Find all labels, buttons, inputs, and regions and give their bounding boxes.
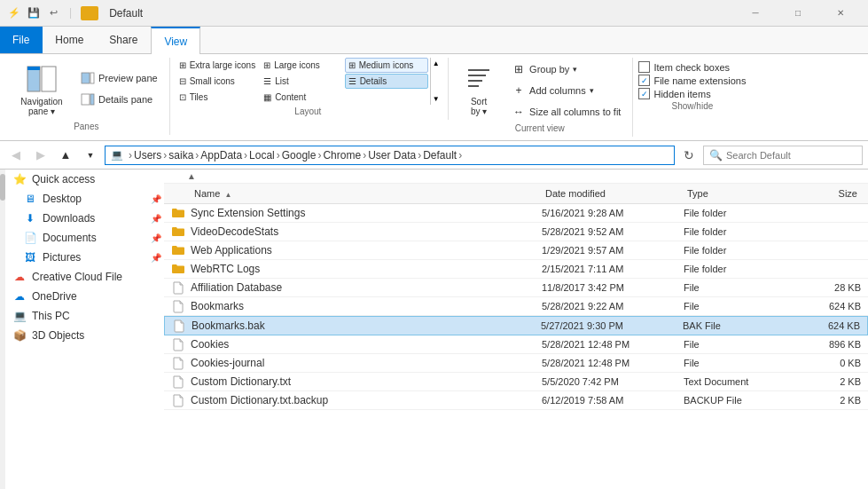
address-path[interactable]: 💻 › Users › saika › AppData › Local › Go… (105, 146, 675, 165)
file-size: 28 KB (790, 282, 861, 293)
refresh-button[interactable]: ↻ (678, 145, 700, 166)
table-row[interactable]: Bookmarks.bak 5/27/2021 9:30 PM BAK File… (164, 316, 868, 335)
ribbon: File Home Share View Navigationpane ▾ (0, 27, 868, 141)
path-sep-2: › (195, 149, 199, 162)
pictures-pin-icon: 📌 (151, 253, 161, 263)
forward-button[interactable]: ▶ (30, 145, 51, 166)
table-row[interactable]: Custom Dictionary.txt.backup 6/12/2019 7… (164, 391, 868, 410)
path-sep-1: › (163, 149, 167, 162)
path-sep-4: › (277, 149, 280, 162)
file-type: File folder (684, 208, 790, 218)
table-row[interactable]: Affiliation Database 11/8/2017 3:42 PM F… (164, 279, 868, 297)
navigation-pane-button[interactable]: Navigationpane ▾ (11, 58, 73, 120)
file-list-header: Name ▲ Date modified Type Size (164, 184, 868, 204)
layout-scroll-down[interactable]: ▼ (433, 95, 440, 103)
tiles-btn[interactable]: ⊡ Tiles (176, 90, 259, 105)
file-name: Custom Dictionary.txt (191, 375, 542, 388)
path-part-chrome: Chrome (323, 149, 361, 162)
close-button[interactable]: ✕ (820, 4, 861, 22)
hidden-items-toggle[interactable]: ✓ Hidden items (638, 88, 746, 99)
minimize-button[interactable]: ─ (735, 4, 776, 22)
add-columns-button[interactable]: + Add columns ▾ (507, 81, 625, 100)
sidebar-item-downloads[interactable]: ⬇ Downloads 📌 (5, 209, 168, 228)
file-size: 624 KB (790, 301, 861, 312)
back-button[interactable]: ◀ (5, 145, 27, 166)
size-all-columns-button[interactable]: ↔ Size all columns to fit (507, 102, 625, 122)
list-btn[interactable]: ☰ List (260, 74, 343, 89)
sidebar-item-quick-access[interactable]: ⭐ Quick access (5, 170, 168, 189)
up-button[interactable]: ▲ (55, 145, 76, 166)
tab-home[interactable]: Home (43, 27, 97, 53)
sidebar-item-3d-objects[interactable]: 📦 3D Objects (5, 326, 168, 345)
item-check-boxes-label: Item check boxes (653, 62, 730, 73)
sort-by-label: Sortby ▾ (471, 97, 487, 116)
col-header-type[interactable]: Type (684, 185, 790, 201)
file-name: Bookmarks (191, 300, 542, 312)
sidebar-item-pictures[interactable]: 🖼 Pictures 📌 (5, 248, 168, 267)
documents-icon: 📄 (23, 231, 37, 245)
search-box[interactable]: 🔍 (703, 146, 863, 165)
details-pane-button[interactable]: Details pane (76, 90, 162, 109)
downloads-icon: ⬇ (23, 211, 37, 225)
col-header-date[interactable]: Date modified (542, 185, 684, 201)
extra-large-icons-btn[interactable]: ⊞ Extra large icons (176, 58, 259, 73)
svg-rect-0 (27, 67, 40, 91)
small-icons-btn[interactable]: ⊟ Small icons (176, 74, 259, 89)
col-header-size[interactable]: Size (790, 185, 861, 201)
content-btn[interactable]: ▦ Content (260, 90, 343, 105)
search-input[interactable] (726, 150, 856, 161)
tab-share[interactable]: Share (97, 27, 151, 53)
file-icon (171, 375, 185, 389)
path-part-users: Users (134, 149, 161, 162)
medium-icons-btn[interactable]: ⊞ Medium icons (345, 58, 428, 73)
table-row[interactable]: VideoDecodeStats 5/28/2021 9:52 AM File … (164, 223, 868, 241)
maximize-button[interactable]: □ (778, 4, 818, 22)
path-end-arrow: › (458, 149, 462, 162)
file-icon (171, 243, 185, 257)
main-layout: ⭐ Quick access 🖥 Desktop 📌 ⬇ Downloads 📌… (0, 170, 868, 489)
file-type: File (684, 282, 790, 293)
desktop-icon: 🖥 (23, 192, 37, 206)
sort-by-button[interactable]: Sortby ▾ (454, 58, 504, 120)
panes-group-label: Panes (11, 122, 162, 131)
sidebar-wrapper: ⭐ Quick access 🖥 Desktop 📌 ⬇ Downloads 📌… (0, 170, 164, 489)
col-header-name[interactable]: Name ▲ (191, 185, 542, 201)
sidebar-item-this-pc[interactable]: 💻 This PC (5, 306, 168, 326)
group-by-button[interactable]: ⊞ Group by ▾ (507, 59, 625, 79)
desktop-label: Desktop (43, 193, 82, 205)
documents-pin-icon: 📌 (151, 233, 161, 243)
table-row[interactable]: Custom Dictionary.txt 5/5/2020 7:42 PM T… (164, 373, 868, 391)
svg-rect-5 (82, 94, 90, 105)
svg-rect-1 (42, 67, 56, 91)
table-row[interactable]: Cookies-journal 5/28/2021 12:48 PM File … (164, 354, 868, 373)
details-btn[interactable]: ☰ Details (345, 74, 428, 89)
table-row[interactable]: WebRTC Logs 2/15/2021 7:11 AM File folde… (164, 260, 868, 279)
sidebar-item-onedrive[interactable]: ☁ OneDrive (5, 287, 168, 306)
table-row[interactable]: Sync Extension Settings 5/16/2021 9:28 A… (164, 204, 868, 223)
sidebar-item-desktop[interactable]: 🖥 Desktop 📌 (5, 189, 168, 209)
table-row[interactable]: Cookies 5/28/2021 12:48 PM File 896 KB (164, 335, 868, 354)
file-name-extensions-toggle[interactable]: ✓ File name extensions (638, 75, 746, 86)
table-row[interactable]: Bookmarks 5/28/2021 9:22 AM File 624 KB (164, 297, 868, 316)
file-rows-container: Sync Extension Settings 5/16/2021 9:28 A… (164, 204, 868, 410)
layout-scroll-up[interactable]: ▲ (433, 59, 440, 67)
preview-pane-label: Preview pane (98, 73, 158, 83)
file-icon (171, 299, 185, 313)
tab-file[interactable]: File (0, 27, 43, 53)
recent-locations-button[interactable]: ▼ (80, 145, 101, 166)
file-date: 5/28/2021 9:22 AM (542, 301, 684, 312)
preview-pane-button[interactable]: Preview pane (76, 68, 162, 88)
file-date: 5/27/2021 9:30 PM (541, 320, 683, 331)
table-row[interactable]: Web Applications 1/29/2021 9:57 AM File … (164, 241, 868, 260)
tab-view[interactable]: View (151, 27, 200, 54)
file-date: 5/28/2021 12:48 PM (542, 358, 684, 368)
sidebar-item-creative-cloud[interactable]: ☁ Creative Cloud File (5, 267, 168, 287)
large-icons-btn[interactable]: ⊞ Large icons (260, 58, 343, 73)
sidebar: ⭐ Quick access 🖥 Desktop 📌 ⬇ Downloads 📌… (5, 170, 169, 489)
path-sep-0: › (129, 149, 132, 162)
sidebar-item-documents[interactable]: 📄 Documents 📌 (5, 228, 168, 248)
creative-cloud-label: Creative Cloud File (32, 271, 122, 283)
item-check-boxes-toggle[interactable]: Item check boxes (638, 61, 746, 73)
ribbon-content: Navigationpane ▾ Preview pane Details pa… (0, 53, 868, 140)
file-size: 896 KB (790, 339, 861, 350)
